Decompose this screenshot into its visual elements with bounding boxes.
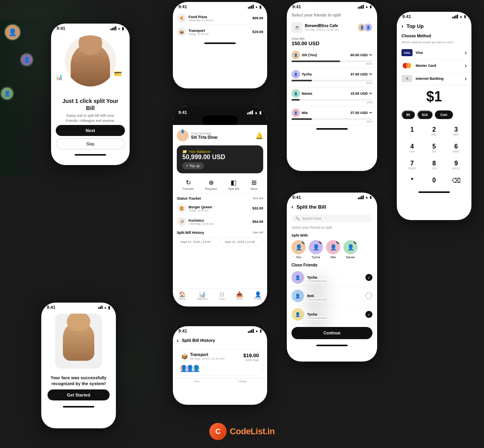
- split-contact-mia: 👤× Mia: [326, 240, 340, 259]
- friend-phone-2: +6280880808: [307, 298, 326, 301]
- edit-icon-2[interactable]: ✏: [369, 92, 372, 95]
- split-date-1: Sept 21, 2023 | 14:49: [180, 240, 210, 244]
- skip-button[interactable]: Skip: [56, 138, 125, 149]
- numpad-2[interactable]: 2ABC: [424, 123, 445, 139]
- which-method-text: Which method would you like to use?: [397, 40, 471, 46]
- split-contact-you-label: You: [296, 255, 301, 259]
- next-button[interactable]: Next: [56, 125, 125, 136]
- face-home-indicator: [63, 406, 94, 408]
- method-mastercard[interactable]: Master Card ›: [397, 59, 471, 72]
- phone-select-friends: 9:41 ▲ ▮ Select your friends to split ☕ …: [287, 2, 377, 171]
- continue-button[interactable]: Continue: [292, 327, 372, 339]
- progress-pct-0: 60%: [292, 62, 372, 66]
- friend-name-1: Tycha: [307, 275, 317, 279]
- participant-avatars: 👤 👤: [360, 23, 372, 32]
- edit-icon-1[interactable]: ✏: [369, 72, 372, 76]
- split-history-title-text: Split Bill History: [182, 338, 215, 343]
- logo-letter: C: [215, 428, 220, 436]
- topup-back-icon[interactable]: ‹: [402, 23, 403, 29]
- nav-statistics[interactable]: 📊Statistics: [197, 291, 208, 300]
- nav-profile[interactable]: 👤Profile: [254, 291, 262, 300]
- numpad-backspace[interactable]: ⌫: [446, 174, 467, 187]
- split-contact-nanas: 👤× Nanas: [343, 240, 358, 259]
- tx-time-2: Today, 11:30 am: [189, 33, 252, 35]
- codelist-logo: C: [209, 423, 227, 440]
- numpad-1[interactable]: 1: [402, 123, 423, 139]
- notification-icon[interactable]: 🔔: [255, 132, 263, 140]
- split-hist-bottom-nav: View | Detail: [173, 378, 267, 384]
- split-amount-3: 37.50 USD: [350, 111, 368, 115]
- search-placeholder: Search here: [302, 217, 321, 220]
- method-internet-banking[interactable]: 🏦 Internet Banking ›: [397, 72, 471, 85]
- numpad-6[interactable]: 6MNO: [446, 140, 467, 156]
- transfer-nav[interactable]: ↻ Transfer: [182, 179, 194, 191]
- friends-home-indicator: [316, 128, 348, 130]
- topup-time: 9:41: [402, 14, 411, 19]
- nav-inbox[interactable]: 📥Inbox: [236, 291, 243, 300]
- numpad-star[interactable]: *: [402, 174, 423, 187]
- nav-scan[interactable]: ⊡Scan: [219, 291, 225, 300]
- friend-check-2[interactable]: [365, 292, 372, 299]
- friend-check-3[interactable]: ✓: [365, 311, 372, 318]
- burger-icon: 🍔: [177, 204, 186, 213]
- status-tracker-label: Status Tracker: [177, 196, 201, 200]
- numpad-7[interactable]: 7PQRS: [402, 157, 423, 173]
- phone-split-history: 9:41 ▲ ▮ ‹ Split Bill History 📦 Transpor…: [173, 326, 267, 405]
- numpad-8[interactable]: 8TUV: [424, 157, 445, 173]
- phone-main-app: 9:41 ▲ ▮ 👤 Good Morning, Siti Tirta Dina…: [173, 106, 267, 307]
- remove-badge-nanas[interactable]: ×: [354, 240, 358, 244]
- hist-wifi: [255, 5, 258, 9]
- main-battery: ▮: [259, 110, 262, 115]
- confirm-button[interactable]: Con: [435, 110, 453, 119]
- total-bill-section: Total Bill 150.00 USD: [287, 35, 377, 49]
- top-up-button[interactable]: + Top up: [182, 162, 204, 169]
- get-started-button[interactable]: Get Started: [48, 389, 110, 400]
- split-person-name-3: Mia: [302, 111, 308, 115]
- split-bill-nav[interactable]: ◧ Split Bill: [228, 179, 239, 191]
- back-icon[interactable]: ‹: [177, 337, 179, 343]
- remove-badge-mia[interactable]: ×: [336, 240, 340, 244]
- split-history-see-all[interactable]: See All: [253, 231, 263, 235]
- numpad-5[interactable]: 5JKL: [424, 140, 445, 156]
- edit-icon-3[interactable]: ✏: [369, 111, 372, 115]
- search-bar[interactable]: 🔍 Search here: [292, 215, 372, 222]
- main-tx-amount-1: $32.00: [252, 206, 263, 210]
- split-person-name-1: Tycha: [302, 72, 312, 76]
- watermark-code: Code: [230, 426, 251, 436]
- quick-10[interactable]: $10: [417, 110, 433, 119]
- profile-icon: 👤: [254, 291, 262, 297]
- statistics-icon: 📊: [197, 291, 208, 297]
- numpad-4[interactable]: 4GHI: [402, 140, 423, 156]
- friend-av-2: 👤: [292, 290, 304, 302]
- request-nav[interactable]: ⊕ Request: [205, 179, 217, 191]
- total-bill-label: Total Bill: [292, 37, 372, 40]
- phone-face-recognition: 9:41 Your face was successfully recogniz…: [41, 303, 116, 428]
- friend-row-1: 👤 Tycha +6280880808 ✓: [287, 268, 377, 287]
- quick-5[interactable]: $5: [402, 110, 415, 119]
- friend-av-1: 👤: [292, 271, 304, 284]
- remove-badge-tycha[interactable]: ×: [319, 240, 323, 244]
- tx-amount-2: $19.00: [252, 30, 263, 34]
- status-tracker-see-all[interactable]: See All: [253, 196, 263, 200]
- method-visa[interactable]: VISA Visa ›: [397, 46, 471, 59]
- face-time: 9:41: [47, 305, 55, 310]
- numpad-3[interactable]: 3DEF: [446, 123, 467, 139]
- more-nav[interactable]: ⊞ More: [251, 179, 258, 191]
- split-person-row: 👤 Siti (You) 60.00 USD ✏ 60%: [287, 49, 377, 68]
- split-history-label: Split Bill History: [177, 231, 204, 235]
- remove-badge-you[interactable]: ×: [302, 240, 306, 244]
- split-av-1: 👤: [292, 70, 300, 79]
- numpad-9[interactable]: 9WXYZ: [446, 157, 467, 173]
- table-row: 🍕 Food Pizza Yesterday, 01:00 pm $09.00: [173, 11, 267, 25]
- watermark: C CodeList.in: [209, 423, 275, 440]
- table-row: 🍜 Kurimicu Yesterday, 01:00 pm $54.00: [173, 215, 267, 228]
- split-contact-mia-label: Mia: [331, 255, 336, 259]
- edit-icon-0[interactable]: ✏: [369, 53, 372, 57]
- split-hist-wifi: ▲: [255, 329, 258, 333]
- split-back-icon[interactable]: ‹: [292, 204, 293, 210]
- history-status: [248, 5, 262, 9]
- friend-check-1[interactable]: ✓: [365, 274, 372, 281]
- nav-home[interactable]: 🏠Home: [178, 291, 186, 300]
- wifi-icon: [117, 26, 121, 30]
- numpad-0[interactable]: 0: [424, 174, 445, 187]
